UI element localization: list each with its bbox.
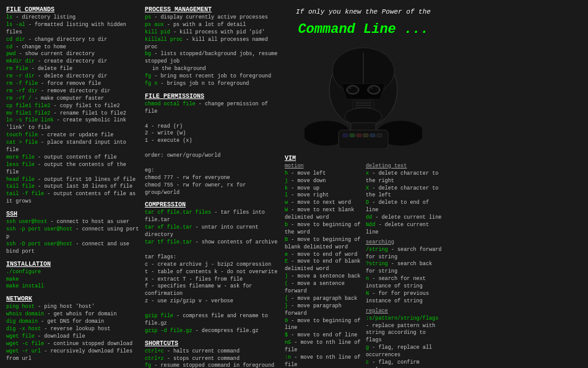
- tagline-cmd: Command Line ...: [298, 20, 428, 40]
- vim-motion-col: motion h - move left j - move down k - m…: [285, 163, 361, 368]
- tagline-top: If only you knew the Power of the: [296, 7, 431, 17]
- column-1: FILE COMMANDS ls - directory listing ls …: [5, 5, 141, 368]
- vim-main-section: VIM motion h - move left j - move down k…: [282, 154, 444, 368]
- shortcuts-title: SHORTCUTS: [145, 340, 279, 347]
- file-permissions-list: chmod octal file - change permission of …: [145, 101, 279, 197]
- process-mgmt-title: PROCESS MANAGEMENT: [145, 6, 279, 13]
- column-2: PROCESS MANAGEMENT ps - display currentl…: [144, 5, 280, 368]
- ssh-list: ssh user@host - connect to host as user …: [6, 219, 140, 255]
- file-commands-title: FILE COMMANDS: [6, 6, 140, 13]
- svg-rect-17: [339, 130, 388, 149]
- file-permissions-title: FILE PERMISSIONS: [145, 93, 279, 100]
- compression-list: tar cf file.tar files - tar files into f…: [145, 209, 279, 335]
- svg-rect-23: [377, 134, 382, 137]
- darth-vader-image: [305, 43, 422, 149]
- svg-rect-22: [370, 134, 375, 137]
- network-title: NETWORK: [6, 296, 140, 302]
- svg-rect-20: [357, 134, 361, 137]
- compression-title: COMPRESSION: [145, 201, 279, 208]
- svg-rect-18: [343, 134, 348, 137]
- svg-point-25: [349, 87, 352, 89]
- ssh-title: SSH: [6, 211, 140, 217]
- darth-section: If only you knew the Power of the Comman…: [282, 5, 444, 154]
- column-3: If only you knew the Power of the Comman…: [282, 5, 444, 368]
- svg-rect-21: [363, 134, 368, 137]
- file-commands-list: ls - directory listing ls -al - formatte…: [6, 14, 140, 206]
- network-list: ping host - ping host 'host' whois domai…: [6, 304, 140, 362]
- process-mgmt-list: ps - display currently active processes …: [145, 14, 279, 88]
- vim-right-col: deleting text x - delete character to th…: [366, 163, 442, 368]
- installation-list: ./configure make make install: [6, 269, 140, 291]
- svg-point-26: [370, 87, 373, 89]
- shortcuts-list: ctrl+c - halts current command ctrl+z - …: [145, 348, 279, 368]
- vim-main-title: VIM: [285, 155, 442, 162]
- installation-title: INSTALLATION: [6, 261, 140, 268]
- main-layout: FILE COMMANDS ls - directory listing ls …: [5, 5, 583, 368]
- vim-main-grid: motion h - move left j - move down k - m…: [285, 163, 442, 368]
- svg-rect-19: [350, 134, 355, 137]
